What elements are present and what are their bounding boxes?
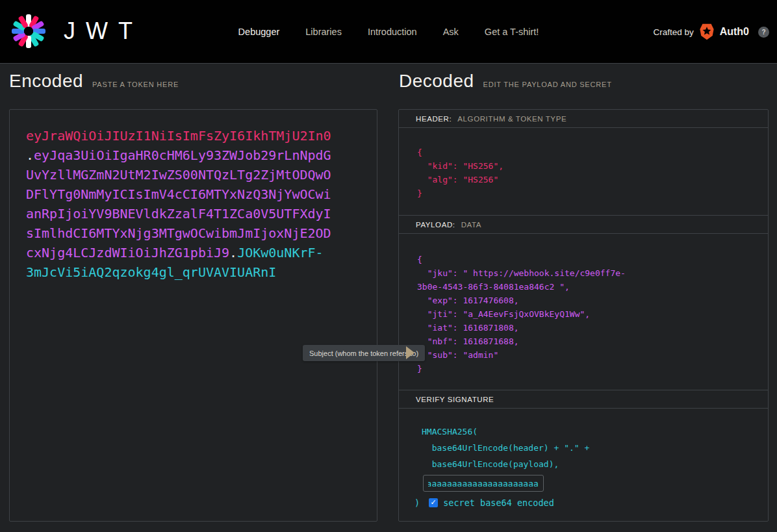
decoded-title: Decoded bbox=[399, 71, 474, 92]
auth0-label: Auth0 bbox=[720, 26, 749, 38]
token-dot-2: . bbox=[229, 245, 237, 260]
verify-signature-area: HMACSHA256( base64UrlEncode(header) + ".… bbox=[399, 409, 768, 522]
jwt-token-text[interactable]: eyJraWQiOiJIUzI1NiIsImFsZyI6IkhTMjU2In0.… bbox=[26, 126, 334, 282]
nav-item-libraries[interactable]: Libraries bbox=[305, 27, 342, 37]
tooltip-text: Subject (whom the token refers to) bbox=[309, 349, 418, 357]
secret-base64-checkbox[interactable]: ✓ bbox=[429, 498, 438, 507]
jwt-wordmark: JWT bbox=[64, 18, 143, 45]
header-label: HEADER: bbox=[416, 115, 452, 123]
decoded-panel: HEADER: ALGORITHM & TOKEN TYPE { "kid": … bbox=[398, 109, 769, 522]
header-section-label: HEADER: ALGORITHM & TOKEN TYPE bbox=[399, 110, 768, 128]
header-json-editor[interactable]: { "kid": "HS256", "alg": "HS256" } bbox=[399, 128, 768, 216]
payload-json[interactable]: { "jku": " https://webhook.site/c9e0ff7e… bbox=[417, 253, 644, 375]
encoded-token-editor[interactable]: eyJraWQiOiJIUzI1NiIsImFsZyI6IkhTMjU2In0.… bbox=[9, 109, 377, 522]
encoded-title: Encoded bbox=[9, 71, 83, 92]
encoded-heading: Encoded PASTE A TOKEN HERE bbox=[9, 71, 179, 92]
auth0-logo-icon bbox=[699, 23, 715, 40]
header-json[interactable]: { "kid": "HS256", "alg": "HS256" } bbox=[417, 146, 677, 200]
payload-json-editor[interactable]: { "jku": " https://webhook.site/c9e0ff7e… bbox=[399, 234, 768, 390]
encoded-subtitle: PASTE A TOKEN HERE bbox=[92, 81, 179, 88]
crafted-by-label: Crafted by bbox=[653, 27, 693, 37]
main-nav: Debugger Libraries Introduction Ask Get … bbox=[238, 0, 539, 64]
nav-item-introduction[interactable]: Introduction bbox=[368, 27, 417, 37]
verify-label: VERIFY SIGNATURE bbox=[416, 396, 494, 403]
token-dot-1: . bbox=[26, 147, 34, 163]
jwt-starburst-icon bbox=[9, 12, 48, 51]
payload-section-label: PAYLOAD: DATA bbox=[399, 216, 768, 234]
secret-input[interactable] bbox=[423, 475, 544, 492]
verify-section-label: VERIFY SIGNATURE bbox=[399, 390, 768, 409]
verify-code: HMACSHA256( base64UrlEncode(header) + ".… bbox=[422, 424, 768, 472]
tooltip-arrow-icon bbox=[406, 346, 414, 359]
payload-sublabel: DATA bbox=[461, 221, 481, 229]
help-icon[interactable]: ? bbox=[758, 27, 769, 38]
nav-item-tshirt[interactable]: Get a T-shirt! bbox=[485, 27, 539, 37]
token-payload-segment: eyJqa3UiOiIgaHR0cHM6Ly93ZWJob29rLnNpdGUv… bbox=[26, 147, 331, 260]
decoded-subtitle: EDIT THE PAYLOAD AND SECRET bbox=[483, 81, 612, 88]
nav-item-ask[interactable]: Ask bbox=[443, 27, 459, 37]
nav-item-debugger[interactable]: Debugger bbox=[238, 27, 280, 37]
header-sublabel: ALGORITHM & TOKEN TYPE bbox=[457, 115, 567, 123]
verify-close-row: ) ✓ secret base64 encoded bbox=[414, 498, 768, 508]
token-header-segment: eyJraWQiOiJIUzI1NiIsImFsZyI6IkhTMjU2In0 bbox=[26, 128, 331, 144]
jwt-logo[interactable]: JWT bbox=[9, 12, 143, 51]
debugger-main: Encoded PASTE A TOKEN HERE eyJraWQiOiJIU… bbox=[0, 64, 777, 532]
decoded-heading: Decoded EDIT THE PAYLOAD AND SECRET bbox=[399, 71, 612, 92]
crafted-by-auth0[interactable]: Crafted by Auth0 ? bbox=[653, 0, 769, 64]
top-navigation-bar: JWT Debugger Libraries Introduction Ask … bbox=[0, 0, 777, 64]
secret-base64-label[interactable]: secret base64 encoded bbox=[443, 498, 554, 508]
close-paren: ) bbox=[414, 498, 420, 508]
payload-label: PAYLOAD: bbox=[416, 221, 455, 229]
